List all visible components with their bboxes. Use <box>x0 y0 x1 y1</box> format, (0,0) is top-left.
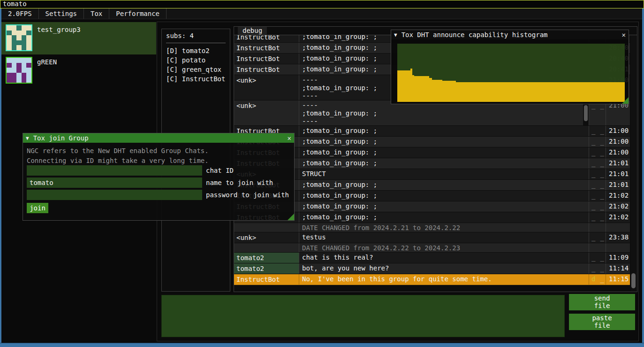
subs-separator <box>166 43 226 43</box>
delivery-indicator: __ <box>589 126 606 136</box>
join-group-description-line2: Connecting via ID might take a very long… <box>27 156 294 166</box>
message-row[interactable]: tomato2chat is this real?__11:09 <box>234 253 630 263</box>
close-icon[interactable]: ✕ <box>622 31 626 39</box>
join-group-window: ▼ Tox join Group ✕ NGC refers to the New… <box>23 133 295 221</box>
timestamp: 21:01 <box>606 169 630 179</box>
message-text: chat is this real? <box>299 253 589 263</box>
join-password-input[interactable] <box>27 190 202 200</box>
resize-grip[interactable] <box>288 214 294 220</box>
message-cell-scrollbar[interactable] <box>583 101 589 125</box>
message-text: testus <box>299 232 589 243</box>
delivery-indicator: __ <box>589 180 606 190</box>
sidebar-group-gREEN[interactable]: gREEN <box>1 54 156 87</box>
menu-bar: 2.0FPS SettingsToxPerformance <box>1 8 642 19</box>
message-row[interactable]: <unk>----;tomato_in_group: ;----__21:00 <box>234 100 630 126</box>
timestamp: 21:02 <box>606 191 630 201</box>
histogram-bar-segment <box>414 76 429 102</box>
date-separator-row[interactable]: DATE CHANGED from 2024.2.21 to 2024.2.22 <box>234 223 630 232</box>
timestamp: 21:00 <box>606 137 630 147</box>
message-text: STRUCT <box>299 169 589 179</box>
timestamp: 21:02 <box>606 201 630 212</box>
sender-name: <unk> <box>234 100 299 125</box>
delivery-indicator: __ <box>589 232 606 243</box>
sender-name: InstructBot <box>234 43 299 53</box>
paste-file-label-line1: paste <box>569 314 635 322</box>
send-file-button[interactable]: send file <box>569 294 635 310</box>
menu-item-settings[interactable]: Settings <box>39 8 84 19</box>
subscriber-item[interactable]: [D] tomato2 <box>166 46 226 55</box>
join-password-label: password to join with <box>206 191 289 199</box>
sender-name: InstructBot <box>234 54 299 64</box>
sender-name: InstructBot <box>234 64 299 75</box>
message-text: ;tomato_in_group: ; <box>299 158 589 169</box>
delivery-indicator: __ <box>589 191 606 201</box>
histogram-bar-segment <box>432 80 443 102</box>
timestamp: 21:02 <box>606 212 630 223</box>
window-titlebar[interactable]: tomato <box>0 0 644 8</box>
histogram-bar-segment <box>397 70 410 102</box>
date-separator-row[interactable]: DATE CHANGED from 2024.2.22 to 2024.2.23 <box>234 243 630 253</box>
compose-input[interactable] <box>161 295 565 337</box>
window-title: tomato <box>3 0 27 8</box>
histogram-bar-segment <box>442 81 455 102</box>
collapse-arrow-icon[interactable]: ▼ <box>394 32 397 38</box>
message-text: ;tomato_in_group: ; <box>299 191 589 201</box>
timestamp: 21:01 <box>606 180 630 190</box>
sender-name <box>234 223 299 232</box>
delivery-indicator: __ <box>589 147 606 158</box>
message-text: ;tomato_in_group: ; <box>299 201 589 212</box>
message-text: ;tomato_in_group: ; <box>299 126 589 136</box>
subscriber-item[interactable]: [C] green_qtox <box>166 65 226 74</box>
paste-file-button[interactable]: paste file <box>569 314 635 330</box>
timestamp: 21:01 <box>606 158 630 169</box>
resize-grip[interactable] <box>622 97 629 104</box>
message-text: ;tomato_in_group: ; <box>299 212 589 223</box>
message-cell-scrollbar-thumb[interactable] <box>584 105 588 121</box>
delivery-indicator: __ <box>589 201 606 212</box>
histogram-bar-segment <box>456 82 625 102</box>
sender-name: <unk> <box>234 75 299 100</box>
collapse-arrow-icon[interactable]: ▼ <box>26 135 29 141</box>
join-group-title: Tox join Group <box>33 134 283 142</box>
fps-indicator[interactable]: 2.0FPS <box>1 8 39 19</box>
timestamp: 11:09 <box>606 253 630 263</box>
timestamp: 21:00 <box>606 147 630 158</box>
sender-name: InstructBot <box>234 35 299 42</box>
timestamp <box>606 243 630 252</box>
message-text: ;tomato_in_group: ; <box>299 147 589 158</box>
delivery-indicator: d_ <box>589 274 606 285</box>
subscriber-item[interactable]: [C] potato <box>166 55 226 65</box>
delivery-indicator: __ <box>589 212 606 223</box>
tab-debug[interactable]: debug <box>238 27 267 35</box>
delivery-indicator: __ <box>589 263 606 274</box>
dht-histogram-plot[interactable] <box>397 44 625 102</box>
sender-name: <unk> <box>234 232 299 243</box>
message-row[interactable]: InstructBotNo, I've been in this group f… <box>234 274 630 285</box>
close-icon[interactable]: ✕ <box>288 134 291 142</box>
dht-histogram-title: Tox DHT announce capability histogram <box>402 31 618 39</box>
message-row[interactable]: <unk>testus__23:38 <box>234 232 630 243</box>
paste-file-label-line2: file <box>569 322 635 329</box>
delivery-indicator <box>589 243 606 252</box>
delivery-indicator <box>589 223 606 232</box>
subscriber-item[interactable]: [C] InstructBot <box>166 74 226 84</box>
chat-id-input[interactable] <box>27 165 202 176</box>
dht-histogram-titlebar[interactable]: ▼ Tox DHT announce capability histogram … <box>391 30 629 39</box>
message-text: bot, are you new here? <box>299 263 589 274</box>
timestamp: 11:15 <box>606 274 630 285</box>
chat-scrollbar-thumb[interactable] <box>631 273 636 288</box>
send-file-label-line1: send <box>569 294 635 302</box>
join-name-input[interactable] <box>27 177 202 188</box>
timestamp <box>606 223 630 232</box>
sender-name: InstructBot <box>234 274 299 285</box>
join-button[interactable]: join <box>27 203 48 213</box>
window-border-bottom <box>0 343 644 347</box>
join-group-titlebar[interactable]: ▼ Tox join Group ✕ <box>23 133 294 143</box>
menu-item-tox[interactable]: Tox <box>84 8 109 19</box>
chat-scrollbar[interactable] <box>631 35 636 291</box>
menu-item-performance[interactable]: Performance <box>109 8 167 19</box>
dht-histogram-window: ▼ Tox DHT announce capability histogram … <box>391 30 629 104</box>
message-text: ;tomato_in_group: ; <box>299 180 589 190</box>
message-row[interactable]: tomato2bot, are you new here?__11:14 <box>234 263 630 274</box>
sidebar-group-test_group3[interactable]: test_group3 <box>1 22 156 54</box>
